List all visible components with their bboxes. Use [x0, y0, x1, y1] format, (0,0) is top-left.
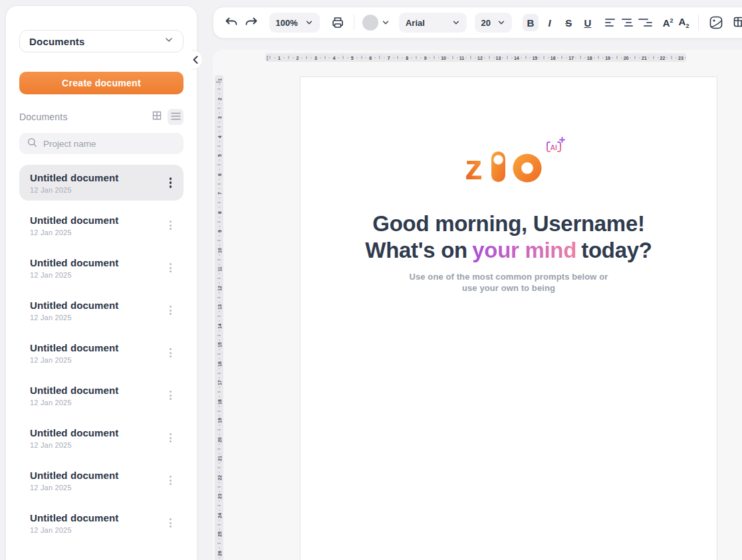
document-title: Untitled document [30, 470, 166, 481]
insert-image-button[interactable] [707, 15, 725, 30]
document-list-item[interactable]: Untitled document 12 Jan 2025 [19, 420, 184, 456]
document-date: 12 Jan 2025 [30, 356, 166, 364]
undo-icon [225, 17, 239, 29]
sidebar: Documents Create document Documents Unti… [5, 5, 197, 560]
document-options-button[interactable] [166, 344, 176, 361]
project-search[interactable] [19, 133, 184, 154]
document-list-item[interactable]: Untitled document 12 Jan 2025 [19, 377, 184, 413]
document-list-item[interactable]: Untitled document 12 Jan 2025 [19, 250, 184, 286]
ruler-number: 16 [551, 55, 556, 60]
document-options-button[interactable] [166, 259, 176, 276]
underline-button[interactable]: U [580, 14, 596, 31]
align-left-button[interactable] [605, 14, 619, 31]
vertical-ruler[interactable]: [123456789101112131415161718192021222324… [215, 75, 223, 560]
ruler-number: 22 [660, 55, 666, 60]
redo-button[interactable] [243, 17, 259, 29]
document-options-button[interactable] [166, 302, 176, 319]
document-list: Untitled document 12 Jan 2025 Untitled d… [19, 165, 184, 541]
document-options-button[interactable] [166, 387, 176, 404]
ruler-number: 25 [217, 531, 221, 537]
redo-icon [244, 17, 258, 29]
document-meta: Untitled document 12 Jan 2025 [30, 215, 166, 236]
document-title: Untitled document [30, 300, 166, 311]
document-options-button[interactable] [166, 472, 176, 489]
font-size-select[interactable]: 20 [475, 13, 512, 33]
ruler-number: 11 [459, 55, 464, 60]
workspace-select[interactable]: Documents [19, 30, 184, 52]
superscript-letter: A [663, 17, 670, 29]
ruler-number: 15 [217, 342, 221, 347]
editor-toolbar: 100% Arial 20 B I S U A2 A2 [213, 7, 742, 39]
ruler-number: 22 [217, 475, 221, 480]
ruler-number: 7 [217, 192, 221, 195]
project-search-input[interactable] [43, 139, 176, 149]
ai-badge: AI [543, 136, 566, 161]
document-list-item[interactable]: Untitled document 12 Jan 2025 [19, 292, 184, 328]
toolbar-divider [698, 15, 699, 31]
strikethrough-button[interactable]: S [560, 14, 577, 31]
document-options-button[interactable] [166, 173, 176, 192]
font-family-select[interactable]: Arial [399, 13, 467, 33]
document-options-button[interactable] [166, 217, 176, 234]
document-meta: Untitled document 12 Jan 2025 [30, 512, 166, 534]
chevron-down-icon [305, 19, 313, 27]
sidebar-collapse-button[interactable] [191, 50, 203, 70]
document-options-button[interactable] [166, 514, 176, 531]
ruler-number: 6 [369, 55, 372, 60]
insert-table-button[interactable] [731, 15, 742, 30]
print-button[interactable] [329, 16, 346, 29]
chevron-down-icon [452, 19, 460, 27]
greeting-highlight: your mind [472, 238, 576, 262]
greeting-subtitle: Use one of the most common prompts below… [410, 271, 608, 294]
bold-button[interactable]: B [523, 14, 539, 31]
document-title: Untitled document [30, 385, 166, 396]
document-list-item[interactable]: Untitled document 12 Jan 2025 [19, 335, 184, 371]
ruler-number: 4 [217, 136, 221, 138]
ruler-margin-marker: [ [267, 54, 269, 60]
document-list-item[interactable]: Untitled document 12 Jan 2025 [19, 505, 184, 541]
create-document-button[interactable]: Create document [19, 72, 184, 94]
ruler-number: 20 [624, 55, 629, 60]
ruler-number: 5 [217, 154, 221, 157]
align-right-button[interactable] [638, 14, 652, 31]
document-list-item[interactable]: Untitled document 12 Jan 2025 [19, 462, 184, 498]
ruler-number: 16 [217, 361, 221, 367]
italic-button[interactable]: I [541, 14, 558, 31]
document-title: Untitled document [30, 257, 166, 268]
chevron-down-icon [497, 19, 505, 27]
document-page[interactable]: z AI [300, 76, 717, 560]
document-options-button[interactable] [166, 429, 176, 446]
document-meta: Untitled document 12 Jan 2025 [30, 300, 166, 322]
zio-logo-mark: z [466, 147, 551, 183]
zoom-select[interactable]: 100% [269, 13, 320, 33]
ruler-number: 23 [217, 494, 221, 499]
document-date: 12 Jan 2025 [30, 526, 166, 534]
greeting-line2-suffix: today? [581, 238, 652, 262]
document-title: Untitled document [30, 172, 166, 183]
horizontal-ruler[interactable]: [1234567891011121314151617181920212223 [265, 53, 686, 62]
document-meta: Untitled document 12 Jan 2025 [30, 427, 166, 449]
ruler-number: 9 [217, 230, 221, 233]
chevron-down-icon [164, 35, 174, 47]
document-list-item[interactable]: Untitled document 12 Jan 2025 [19, 207, 184, 243]
grid-view-button[interactable] [149, 109, 165, 125]
list-view-button[interactable] [168, 109, 184, 125]
document-meta: Untitled document 12 Jan 2025 [30, 172, 166, 194]
subtitle-line2: use your own to being [410, 282, 608, 294]
superscript-button[interactable]: A2 [663, 17, 674, 29]
toolbar-divider [354, 15, 354, 31]
document-list-item[interactable]: Untitled document 12 Jan 2025 [19, 165, 184, 201]
subscript-button[interactable]: A2 [679, 16, 689, 29]
document-title: Untitled document [30, 342, 166, 353]
ruler-number: 21 [642, 55, 647, 60]
ruler-number: 23 [678, 55, 683, 60]
search-icon [27, 138, 37, 150]
undo-button[interactable] [224, 17, 239, 29]
ruler-number: 12 [217, 286, 221, 291]
editor-canvas: [1234567891011121314151617181920212223 [… [213, 50, 742, 560]
document-meta: Untitled document 12 Jan 2025 [30, 470, 166, 492]
svg-text:z: z [466, 147, 483, 183]
align-center-button[interactable] [622, 14, 636, 31]
ruler-number: 8 [217, 211, 221, 214]
text-color-picker[interactable] [362, 15, 390, 31]
